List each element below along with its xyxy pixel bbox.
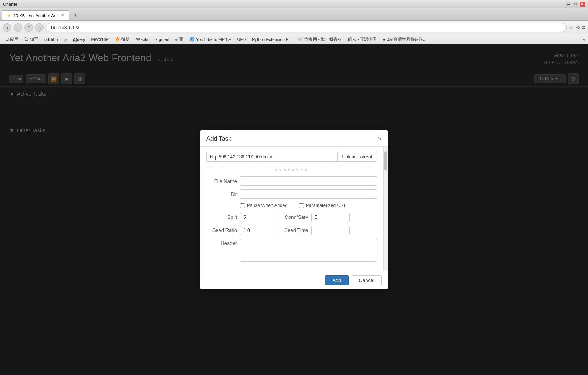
bookmark-zhihu[interactable]: 知 知乎 (22, 36, 41, 43)
back-button[interactable]: ‹ (3, 23, 11, 32)
menu-icon[interactable]: ≡ (582, 24, 585, 31)
address-bar-icons: ☆ ⚙ ≡ (569, 24, 585, 31)
pause-when-added-label: Pause When Added (247, 202, 287, 209)
header-label: Header (206, 239, 237, 246)
pause-when-added-checkbox[interactable] (240, 203, 245, 208)
address-bar: ‹ › ↻ ⌂ ☆ ⚙ ≡ (0, 21, 588, 34)
bookmark-jquery[interactable]: jQuery (70, 36, 87, 42)
modal-close-button[interactable]: × (377, 135, 382, 142)
minimize-button[interactable]: — (566, 2, 571, 7)
modal-title: Add Task (206, 135, 232, 142)
dir-label: Dir (206, 191, 237, 197)
bookmark-p[interactable]: p (62, 36, 69, 42)
bookmark-wiki[interactable]: W wiki (134, 36, 150, 42)
modal-overlay: Add Task × Upload Torrent ∧∨∧∨∧∨∧∨ File … (0, 44, 588, 375)
bookmark-apps[interactable]: ⊞ 应用 (3, 36, 21, 43)
dir-row: Dir (206, 189, 377, 199)
tab-label: 10 KB - Yet Another Ar... (13, 13, 59, 18)
forward-button[interactable]: › (14, 23, 22, 32)
bookmark-youtube[interactable]: 🌀 YouTube to MP4 & (187, 36, 234, 42)
seed-row: Seed Ratio Seed Time (206, 226, 377, 235)
maximize-button[interactable]: □ (573, 2, 578, 7)
scroll-thumb (384, 151, 387, 170)
split-input[interactable] (240, 213, 278, 222)
bookmarks-more-icon[interactable]: » (583, 37, 585, 42)
conn-serv-input[interactable] (311, 213, 350, 222)
user-name: Charlie (3, 2, 17, 7)
browser-titlebar: Charlie — □ ✕ (0, 0, 588, 8)
split-conn-row: Split Conn/Serv (206, 213, 377, 222)
titlebar-right: — □ ✕ (566, 2, 585, 7)
extensions-icon[interactable]: ⚙ (575, 24, 580, 31)
dir-input[interactable] (240, 189, 377, 199)
file-name-label: File Name (206, 178, 237, 184)
tab-favicon: ⚡ (7, 13, 11, 18)
pause-when-added-checkbox-label[interactable]: Pause When Added (240, 202, 287, 209)
add-task-modal: Add Task × Upload Torrent ∧∨∧∨∧∨∧∨ File … (200, 130, 388, 289)
seed-time-input[interactable] (311, 226, 350, 235)
tab-close-icon[interactable]: ✕ (61, 13, 64, 18)
file-name-row: File Name (206, 176, 377, 186)
parameterized-uri-checkbox-label[interactable]: Parameterized URI (299, 202, 345, 209)
new-tab-button[interactable]: + (71, 10, 81, 20)
bookmark-weibo[interactable]: 🔥 微博 (113, 36, 132, 43)
split-label: Split (206, 214, 237, 220)
main-content: Yet Another Aria2 Web Frontend cached Ar… (0, 44, 588, 375)
bookmark-gitee[interactable]: 码云 - 开源中国 (346, 36, 379, 43)
conn-serv-label: Conn/Serv (281, 214, 308, 220)
checkbox-row: Pause When Added Parameterized URI (206, 202, 377, 209)
bookmark-cover[interactable]: 封面 (173, 36, 186, 43)
address-input[interactable] (46, 23, 567, 32)
uri-row: Upload Torrent (206, 152, 377, 162)
modal-footer: Add Cancel (200, 271, 388, 289)
bookmarks-bar: ⊞ 应用 知 知乎 b bilibili p jQuery MW316R 🔥 微… (0, 34, 588, 44)
seed-ratio-label: Seed Ratio (206, 227, 237, 233)
bookmark-python[interactable]: Python Extension P... (250, 36, 294, 42)
reload-button[interactable]: ↻ (24, 23, 33, 32)
tab-bar: ⚡ 10 KB - Yet Another Ar... ✕ + (0, 8, 588, 21)
bookmark-bilibili[interactable]: b bilibili (42, 36, 60, 42)
parameterized-uri-label: Parameterized URI (306, 202, 345, 209)
bookmark-gmail[interactable]: G gmail (152, 36, 171, 42)
seed-ratio-input[interactable] (240, 226, 278, 235)
parameterized-uri-checkbox[interactable] (299, 203, 304, 208)
close-button[interactable]: ✕ (580, 2, 585, 7)
star-icon[interactable]: ☆ (569, 24, 574, 31)
header-textarea[interactable] (240, 239, 377, 262)
uri-divider: ∧∨∧∨∧∨∧∨ (206, 166, 377, 172)
bookmark-ufd[interactable]: UFD (235, 36, 248, 42)
add-task-button[interactable]: Add (325, 275, 348, 285)
modal-scrollbar[interactable] (383, 147, 388, 271)
header-row: Header (206, 239, 377, 262)
cancel-button[interactable]: Cancel (352, 275, 382, 285)
titlebar-left: Charlie (3, 2, 17, 7)
modal-body: Upload Torrent ∧∨∧∨∧∨∧∨ File Name Dir (200, 147, 383, 271)
active-tab[interactable]: ⚡ 10 KB - Yet Another Ar... ✕ (2, 10, 69, 20)
bookmark-mw316r[interactable]: MW316R (89, 36, 111, 42)
upload-torrent-button[interactable]: Upload Torrent (337, 152, 377, 162)
uri-input[interactable] (206, 152, 337, 162)
modal-header: Add Task × (200, 130, 388, 147)
home-button[interactable]: ⌂ (35, 23, 44, 32)
bookmark-bilive[interactable]: ♠ B站直播弹幕协议详... (381, 36, 428, 43)
seed-time-label: Seed Time (281, 227, 308, 233)
bookmark-taobao[interactable]: 🛒 淘宝网 - 海！我喜欢 (296, 36, 344, 43)
file-name-input[interactable] (240, 176, 377, 186)
